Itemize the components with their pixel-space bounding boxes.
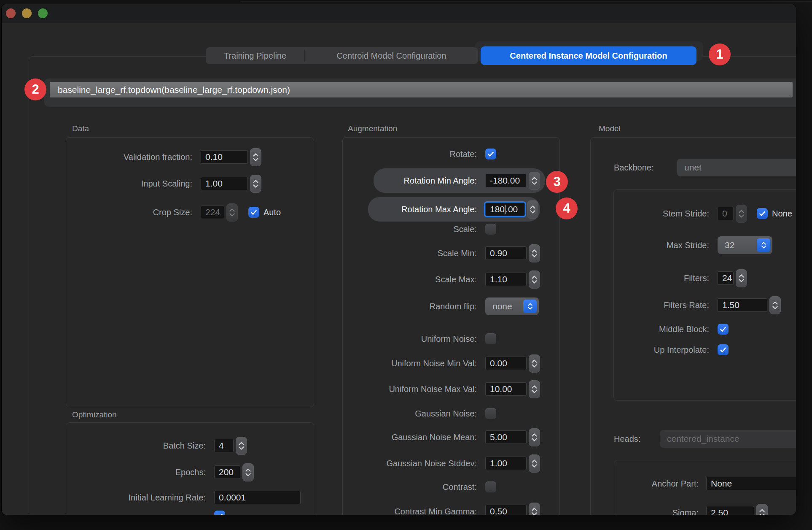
heads-select[interactable]: centered_instance bbox=[660, 430, 796, 448]
stem-stride-row: Stem Stride:0None bbox=[614, 206, 796, 221]
stem-stride-extra-checkbox[interactable] bbox=[757, 208, 768, 219]
max-stride-select-value: 32 bbox=[718, 240, 734, 250]
epochs-control: 200 bbox=[214, 463, 254, 481]
crop-size-stepper[interactable] bbox=[226, 203, 238, 222]
scale-max-stepper[interactable] bbox=[529, 270, 540, 289]
chevron-up-down-icon bbox=[757, 238, 770, 252]
scale-min-stepper[interactable] bbox=[529, 244, 540, 262]
validation-fraction-stepper[interactable] bbox=[250, 148, 261, 166]
initial-learning-rate-row: Initial Learning Rate:0.0001 bbox=[66, 490, 314, 505]
crop-size-extra-checkbox[interactable] bbox=[248, 207, 259, 218]
stem-stride-label: Stem Stride: bbox=[614, 209, 709, 219]
contrast-min-gamma-field[interactable]: 0.50 bbox=[485, 505, 527, 515]
scale-min-field[interactable]: 0.90 bbox=[485, 246, 527, 260]
max-stride-select[interactable]: 32 bbox=[718, 236, 772, 254]
rotate-row: Rotate: bbox=[343, 146, 559, 162]
input-scaling-stepper[interactable] bbox=[250, 175, 261, 193]
stem-stride-extra-label: None bbox=[772, 209, 792, 219]
clipped-option-checkbox[interactable] bbox=[214, 511, 225, 515]
contrast-min-gamma-stepper[interactable] bbox=[529, 503, 540, 515]
heads-label: Heads: bbox=[614, 434, 660, 444]
tab-centered-instance-model-configuration[interactable]: Centered Instance Model Configuration bbox=[481, 46, 696, 65]
uniform-noise-min-val-row: Uniform Noise Min Val:0.00 bbox=[343, 356, 559, 371]
rotation-max-angle-row: Rotation Max Angle:180.00 bbox=[368, 197, 540, 222]
rotation-max-angle-field[interactable]: 180.00 bbox=[485, 203, 525, 216]
uniform-noise-min-val-control: 0.00 bbox=[485, 354, 540, 373]
gaussian-noise-stddev-label: Gaussian Noise Stddev: bbox=[346, 459, 477, 468]
tab-centroid-model-configuration[interactable]: Centroid Model Configuration bbox=[305, 47, 478, 64]
uniform-noise-max-val-control: 10.00 bbox=[485, 380, 540, 398]
close-button[interactable] bbox=[6, 8, 16, 18]
rotation-min-angle-stepper[interactable] bbox=[529, 172, 540, 190]
uniform-noise-control bbox=[485, 333, 496, 344]
filters-field[interactable]: 24 bbox=[718, 271, 734, 285]
contrast-checkbox[interactable] bbox=[485, 481, 496, 492]
uniform-noise-label: Uniform Noise: bbox=[346, 334, 477, 344]
gaussian-noise-mean-stepper[interactable] bbox=[529, 428, 540, 446]
filters-rate-stepper[interactable] bbox=[769, 296, 781, 314]
random-flip-select[interactable]: none bbox=[485, 297, 539, 315]
scale-max-field[interactable]: 1.10 bbox=[485, 273, 527, 286]
rotation-min-angle-field[interactable]: -180.00 bbox=[485, 174, 527, 187]
stem-stride-stepper[interactable] bbox=[736, 205, 747, 223]
batch-size-stepper[interactable] bbox=[236, 437, 247, 455]
rotate-checkbox[interactable] bbox=[485, 149, 496, 160]
uniform-noise-max-val-stepper[interactable] bbox=[529, 380, 540, 398]
filters-stepper[interactable] bbox=[736, 269, 747, 287]
uniform-noise-min-val-field[interactable]: 0.00 bbox=[485, 357, 527, 370]
contrast-label: Contrast: bbox=[346, 482, 477, 492]
scale-min-row: Scale Min:0.90 bbox=[343, 246, 559, 261]
gaussian-noise-stddev-field[interactable]: 1.00 bbox=[485, 457, 527, 470]
crop-size-extra-label: Auto bbox=[263, 208, 281, 217]
config-name-field[interactable]: baseline_large_rf.topdown(baseline_large… bbox=[50, 82, 793, 97]
zoom-button[interactable] bbox=[38, 8, 48, 18]
batch-size-label: Batch Size: bbox=[70, 441, 206, 451]
max-stride-row: Max Stride:32 bbox=[614, 238, 796, 253]
input-scaling-field[interactable]: 1.00 bbox=[201, 177, 248, 190]
crop-size-field[interactable]: 224 bbox=[201, 206, 224, 219]
gaussian-noise-stddev-stepper[interactable] bbox=[529, 454, 540, 473]
backbone-select[interactable]: unet bbox=[677, 159, 796, 176]
tab-training-pipeline[interactable]: Training Pipeline bbox=[206, 47, 304, 64]
filters-rate-field[interactable]: 1.50 bbox=[718, 298, 767, 312]
gaussian-noise-mean-field[interactable]: 5.00 bbox=[485, 430, 527, 444]
middle-block-row: Middle Block: bbox=[614, 322, 796, 337]
rotation-max-angle-label: Rotation Max Angle: bbox=[373, 205, 477, 214]
initial-learning-rate-control: 0.0001 bbox=[214, 491, 301, 504]
scale-checkbox[interactable] bbox=[485, 224, 496, 235]
middle-block-checkbox[interactable] bbox=[718, 324, 729, 335]
uniform-noise-checkbox[interactable] bbox=[485, 333, 496, 344]
minimize-button[interactable] bbox=[22, 8, 32, 18]
uniform-noise-max-val-field[interactable]: 10.00 bbox=[485, 382, 527, 396]
clipped-option-row bbox=[66, 508, 314, 515]
gaussian-noise-checkbox[interactable] bbox=[485, 408, 496, 419]
crop-size-row: Crop Size:224Auto bbox=[66, 205, 314, 220]
rotate-control bbox=[485, 149, 496, 160]
stem-stride-field[interactable]: 0 bbox=[718, 207, 734, 220]
epochs-field[interactable]: 200 bbox=[214, 465, 240, 479]
sigma-field[interactable]: 2.50 bbox=[706, 506, 754, 515]
validation-fraction-field[interactable]: 0.10 bbox=[201, 150, 248, 164]
scale-min-label: Scale Min: bbox=[346, 249, 477, 258]
background-window-edge bbox=[240, 1, 812, 2]
initial-learning-rate-field[interactable]: 0.0001 bbox=[214, 491, 301, 504]
heads-control: centered_instance bbox=[660, 430, 796, 448]
contrast-min-gamma-control: 0.50 bbox=[485, 503, 540, 515]
sigma-stepper[interactable] bbox=[756, 504, 768, 515]
rotation-max-angle-stepper[interactable] bbox=[527, 200, 538, 219]
filters-rate-label: Filters Rate: bbox=[614, 300, 709, 310]
anchor-part-control: None bbox=[706, 477, 796, 490]
heads-config-box: Anchor Part:NoneSigma:2.50 bbox=[614, 460, 796, 515]
anchor-part-field[interactable]: None bbox=[706, 477, 796, 490]
chevron-up-down-icon bbox=[523, 300, 537, 313]
up-interpolate-checkbox[interactable] bbox=[718, 344, 729, 355]
heads-row: Heads:centered_instance bbox=[591, 431, 796, 446]
scale-max-row: Scale Max:1.10 bbox=[343, 272, 559, 287]
epochs-stepper[interactable] bbox=[242, 463, 254, 481]
contrast-control bbox=[485, 481, 496, 492]
optimization-section-box: Batch Size:4Epochs:200Initial Learning R… bbox=[66, 422, 314, 515]
uniform-noise-min-val-stepper[interactable] bbox=[529, 354, 540, 373]
batch-size-field[interactable]: 4 bbox=[214, 439, 234, 452]
middle-block-control bbox=[718, 324, 729, 335]
sigma-row: Sigma:2.50 bbox=[614, 505, 796, 515]
